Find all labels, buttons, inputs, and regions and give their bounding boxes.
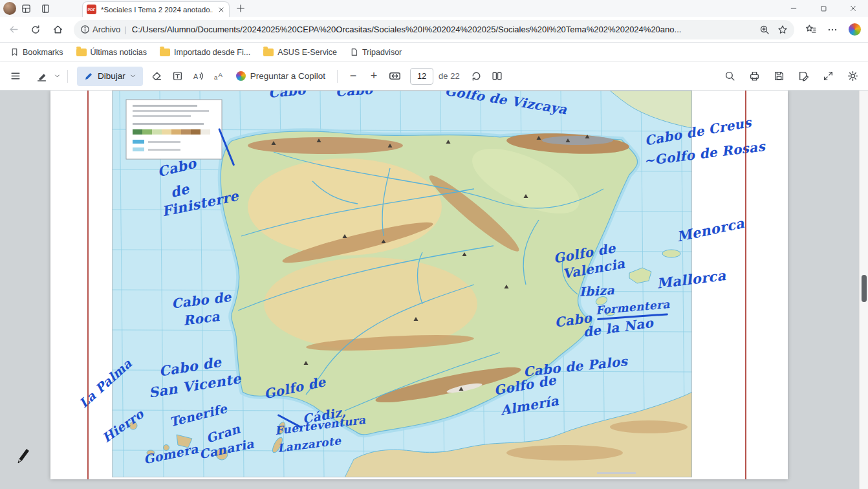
eraser-icon[interactable] [147,66,168,87]
handwritten-annotation: Menorca [675,215,746,245]
more-options-icon[interactable] [821,19,843,40]
handwritten-annotation: Cabo [335,91,373,100]
handwritten-annotation: Cabo [268,91,307,101]
copilot-icon [236,71,246,81]
zoom-in-button[interactable]: + [363,66,384,87]
close-button[interactable] [838,0,868,17]
window-controls [779,0,868,17]
bookmark-icon [10,48,19,56]
print-icon[interactable] [744,66,765,87]
navigation-bar: Archivo | C:/Users/Alumno/Documents/2024… [0,17,868,43]
page-number-input[interactable] [410,68,433,85]
browser-window: PDF *Sociales I Tema 2 2024 anotado... [0,0,868,489]
table-of-contents-icon[interactable] [5,66,26,87]
bookmarks-bar: Bookmarks Últimas noticias Importado des… [0,43,868,62]
handwritten-annotation: Tenerife [168,401,228,429]
page-total-label: de 22 [439,71,460,81]
ask-copilot-label: Preguntar a Copilot [250,71,325,81]
maximize-button[interactable] [808,0,838,17]
folder-icon [263,49,274,56]
draw-button[interactable]: Dibujar [77,67,143,86]
save-icon[interactable] [768,66,789,87]
left-margin-line [87,91,89,479]
bookmark-item[interactable]: Bookmarks [5,46,69,59]
info-icon [80,25,90,34]
back-icon[interactable] [3,19,25,40]
handwritten-annotation: Cabo de [171,289,232,312]
pdf-content-area[interactable]: CaboCaboGolfo de VizcayaCabo de Creus~Go… [0,91,868,489]
folder-icon [76,49,87,56]
address-url: C:/Users/Alumno/Documents/20242025%20CEP… [132,25,754,34]
svg-text:a: a [214,74,218,81]
tab-close-icon[interactable] [217,6,225,14]
handwritten-annotation: La Palma [76,356,135,410]
handwritten-annotation: Almería [499,393,560,418]
pdf-icon: PDF [87,5,96,14]
pen-icon [83,71,94,82]
minimize-button[interactable] [779,0,808,17]
new-tab-button[interactable] [236,4,245,13]
handwritten-annotation: Mallorca [656,267,727,292]
save-as-icon[interactable] [793,66,814,87]
vertical-scrollbar[interactable] [859,91,868,489]
profile-avatar[interactable] [3,2,16,15]
folder-icon [160,49,170,56]
add-text-icon[interactable] [168,66,188,87]
tab-title: *Sociales I Tema 2 2024 anotado... [101,6,213,14]
bookmark-item[interactable]: ASUS E-Service [258,46,342,59]
search-icon[interactable] [719,66,740,87]
chevron-down-icon[interactable] [52,66,62,87]
pdf-page[interactable]: CaboCaboGolfo de VizcayaCabo de Creus~Go… [50,91,788,479]
read-aloud-icon[interactable]: A [188,66,209,87]
scrollbar-thumb[interactable] [862,275,867,302]
address-separator: | [124,25,126,34]
translate-icon[interactable]: aA [209,66,230,87]
handwritten-annotation: Cabo [156,155,198,180]
handwritten-annotation: Hierro [100,406,146,445]
fullscreen-icon[interactable] [818,66,838,87]
pencil-cursor-icon [16,448,31,467]
workspaces-icon[interactable] [16,1,36,16]
pdf-toolbar: Dibujar A aA Preguntar a Copilot − + de … [0,62,868,91]
handwritten-annotation: Golfo de Vizcaya [444,91,568,118]
zoom-out-button[interactable]: − [343,66,363,87]
bookmark-label: Importado desde Fi... [174,48,250,57]
annotation-layer: CaboCaboGolfo de VizcayaCabo de Creus~Go… [50,91,788,479]
settings-gear-icon[interactable] [842,66,863,87]
file-protocol-label: Archivo [92,25,120,34]
rotate-icon[interactable] [466,66,487,87]
right-margin-line [745,91,746,479]
fit-to-width-icon[interactable] [384,66,405,87]
page-view-icon[interactable] [487,66,508,87]
refresh-icon[interactable] [25,19,47,40]
handwritten-annotation: Lanzarote [277,434,342,455]
title-bar: PDF *Sociales I Tema 2 2024 anotado... [0,0,868,17]
svg-text:A: A [193,72,199,80]
chevron-down-icon [129,72,136,80]
bookmark-item[interactable]: Tripadvisor [345,46,407,59]
handwritten-annotation: Gomera [142,441,200,466]
bookmark-label: Últimas noticias [91,48,147,57]
page-icon [350,48,358,56]
highlighter-icon[interactable] [31,66,52,87]
ink-stroke [218,128,235,166]
handwritten-annotation: Ibiza [579,283,615,299]
handwritten-annotation: Golfo de [263,374,327,402]
zoom-page-icon[interactable] [759,25,770,35]
handwritten-annotation: Roca [182,309,221,329]
bookmark-item[interactable]: Importado desde Fi... [155,46,255,59]
svg-text:A: A [219,71,223,78]
bookmark-label: Bookmarks [23,48,63,57]
copilot-icon[interactable] [843,19,865,40]
ask-copilot-button[interactable]: Preguntar a Copilot [230,71,332,81]
favorite-star-icon[interactable] [777,25,788,35]
notebook-icon[interactable] [36,1,55,16]
home-icon[interactable] [47,19,69,40]
bookmark-item[interactable]: Últimas noticias [71,46,153,59]
bookmark-label: Tripadvisor [362,48,402,57]
favorites-hub-icon[interactable] [799,19,821,40]
browser-tab[interactable]: PDF *Sociales I Tema 2 2024 anotado... [82,1,230,17]
draw-label: Dibujar [98,71,125,81]
bookmark-label: ASUS E-Service [277,48,337,57]
address-bar[interactable]: Archivo | C:/Users/Alumno/Documents/2024… [74,20,794,39]
